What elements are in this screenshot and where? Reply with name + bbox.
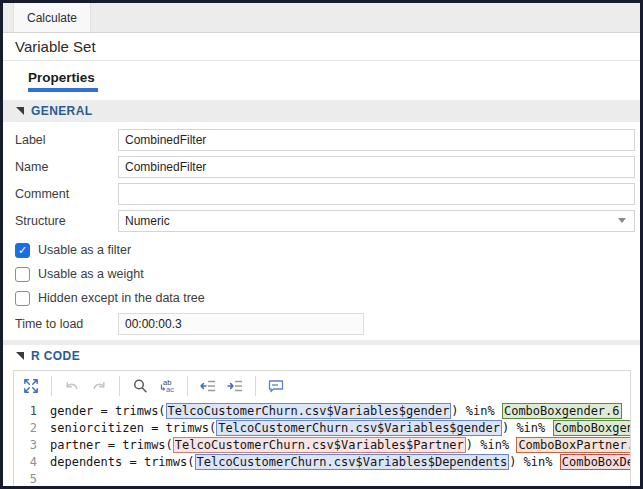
expand-icon[interactable] [21,376,41,396]
page-title: Variable Set [15,38,96,55]
line-number: 5 [14,471,50,486]
checkbox-group: ✓ Usable as a filter Usable as a weight … [3,236,640,310]
comment-field-label: Comment [15,187,118,201]
code-area[interactable]: 1gender = trimws(TelcoCustomerChurn.csv$… [14,401,630,486]
highlighted-token: TelcoCustomerChurn.csv$Variables$Depende… [195,454,510,470]
general-section-title: GENERAL [31,104,92,118]
usable-as-weight-label: Usable as a weight [38,267,144,281]
structure-field-label: Structure [15,214,118,228]
usable-as-filter-checkbox[interactable]: ✓ [15,243,30,258]
tab-properties[interactable]: Properties [28,70,98,92]
view-tabs: Properties [3,61,640,100]
highlighted-token: ComboBoxPartner.3 [516,437,631,453]
chevron-down-icon [618,218,626,223]
checkbox-row-weight: Usable as a weight [15,262,640,286]
usable-as-filter-label: Usable as a filter [38,243,131,257]
toolbar-separator [255,376,256,396]
page-title-row: Variable Set [3,33,640,61]
label-field-label: Label [15,133,118,147]
highlighted-token: ComboBoxDependents.2 [560,454,631,470]
collapse-triangle-icon [16,107,24,115]
time-to-load-row: Time to load 00:00:00.3 [3,310,640,337]
line-number: 4 [14,454,50,471]
code-line[interactable]: 3partner = trimws(TelcoCustomerChurn.csv… [14,437,630,454]
structure-dropdown[interactable]: Numeric [118,210,635,232]
tab-calculate[interactable]: Calculate [13,3,91,32]
search-icon[interactable] [130,376,150,396]
highlighted-token: ComboBoxgender.6 [553,420,631,436]
code-text: partner = trimws(TelcoCustomerChurn.csv$… [50,437,631,454]
general-section-header[interactable]: GENERAL [3,100,640,122]
highlighted-token: TelcoCustomerChurn.csv$Variables$Partner [173,437,466,453]
time-to-load-label: Time to load [15,317,118,331]
highlighted-token: TelcoCustomerChurn.csv$Variables$gender [166,403,452,419]
code-line[interactable]: 2seniorcitizen = trimws(TelcoCustomerChu… [14,420,630,437]
undo-icon[interactable] [62,376,82,396]
tab-calculate-label: Calculate [27,11,77,25]
line-number: 1 [14,403,50,420]
top-tab-bar: Calculate [3,3,640,33]
form-row-name: Name [3,153,635,180]
outdent-icon[interactable] [198,376,218,396]
hidden-in-data-tree-label: Hidden except in the data tree [38,291,205,305]
replace-icon[interactable]: ab ac [157,376,177,396]
code-line[interactable]: 1gender = trimws(TelcoCustomerChurn.csv$… [14,403,630,420]
form-row-label: Label [3,126,635,153]
code-text: dependents = trimws(TelcoCustomerChurn.c… [50,454,631,471]
svg-text:ac: ac [166,385,174,394]
rcode-section-title: R CODE [31,349,80,363]
comment-input[interactable] [118,183,635,205]
name-input[interactable] [118,156,635,178]
rcode-section-header[interactable]: R CODE [3,345,640,367]
comment-icon[interactable] [266,376,286,396]
checkbox-row-hidden: Hidden except in the data tree [15,286,640,310]
line-number: 3 [14,437,50,454]
toolbar-separator [51,376,52,396]
code-text: seniorcitizen = trimws(TelcoCustomerChur… [50,420,631,437]
hidden-in-data-tree-checkbox[interactable] [15,291,30,306]
code-line[interactable]: 4dependents = trimws(TelcoCustomerChurn.… [14,454,630,471]
highlighted-token: ComboBoxgender.6 [502,403,622,419]
variable-set-window: Calculate Variable Set Properties GENERA… [0,0,643,489]
usable-as-weight-checkbox[interactable] [15,267,30,282]
collapse-triangle-icon [16,352,24,360]
toolbar-separator [119,376,120,396]
toolbar-separator [187,376,188,396]
name-field-label: Name [15,160,118,174]
editor-toolbar: ab ac [14,371,630,401]
r-code-editor: ab ac [13,370,631,486]
redo-icon[interactable] [89,376,109,396]
label-input[interactable] [118,129,635,151]
line-number: 2 [14,420,50,437]
time-to-load-value: 00:00:00.3 [118,313,364,335]
code-line[interactable]: 5 [14,471,630,486]
form-row-comment: Comment [3,180,635,207]
structure-dropdown-value: Numeric [125,214,170,228]
checkbox-row-filter: ✓ Usable as a filter [15,238,640,262]
code-text: gender = trimws(TelcoCustomerChurn.csv$V… [50,403,622,420]
highlighted-token: TelcoCustomerChurn.csv$Variables$gender [216,420,502,436]
general-form: Label Name Comment Structure Numeric [3,122,640,236]
form-row-structure: Structure Numeric [3,207,635,234]
indent-icon[interactable] [225,376,245,396]
